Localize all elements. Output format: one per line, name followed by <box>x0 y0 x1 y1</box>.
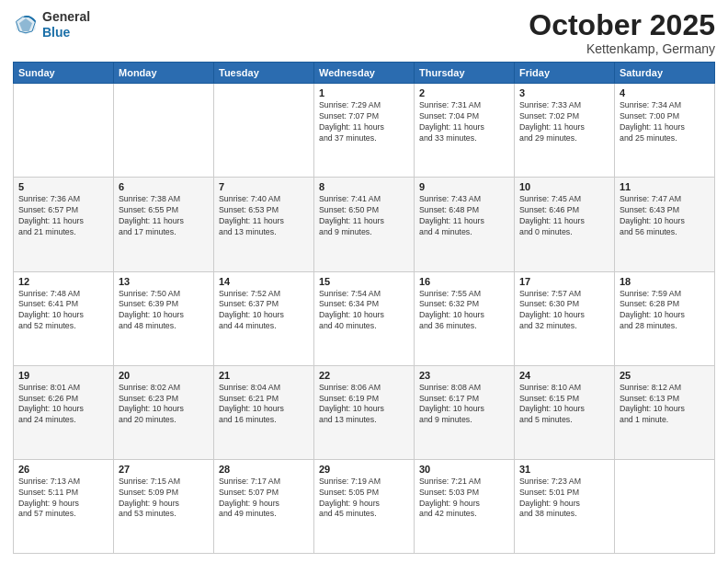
day-number: 29 <box>319 464 409 475</box>
calendar-cell: 27Sunrise: 7:15 AM Sunset: 5:09 PM Dayli… <box>114 459 214 553</box>
day-info: Sunrise: 7:59 AM Sunset: 6:28 PM Dayligh… <box>620 289 710 333</box>
col-thursday: Thursday <box>415 63 515 84</box>
logo-general: General <box>42 9 90 25</box>
day-info: Sunrise: 7:31 AM Sunset: 7:04 PM Dayligh… <box>419 100 509 144</box>
day-info: Sunrise: 7:21 AM Sunset: 5:03 PM Dayligh… <box>419 477 509 521</box>
calendar-cell: 1Sunrise: 7:29 AM Sunset: 7:07 PM Daylig… <box>314 84 415 178</box>
calendar-week-4: 19Sunrise: 8:01 AM Sunset: 6:26 PM Dayli… <box>14 365 715 459</box>
calendar-cell: 5Sunrise: 7:36 AM Sunset: 6:57 PM Daylig… <box>14 178 114 271</box>
calendar-cell: 12Sunrise: 7:48 AM Sunset: 6:41 PM Dayli… <box>14 271 114 365</box>
logo-icon <box>13 12 39 38</box>
calendar-cell: 23Sunrise: 8:08 AM Sunset: 6:17 PM Dayli… <box>415 365 515 459</box>
location-subtitle: Kettenkamp, Germany <box>529 41 715 56</box>
calendar-week-1: 1Sunrise: 7:29 AM Sunset: 7:07 PM Daylig… <box>14 84 715 178</box>
logo-blue: Blue <box>42 25 90 40</box>
calendar-week-5: 26Sunrise: 7:13 AM Sunset: 5:11 PM Dayli… <box>14 459 715 553</box>
calendar-cell: 3Sunrise: 7:33 AM Sunset: 7:02 PM Daylig… <box>515 84 615 178</box>
calendar-cell: 30Sunrise: 7:21 AM Sunset: 5:03 PM Dayli… <box>415 459 515 553</box>
day-info: Sunrise: 8:08 AM Sunset: 6:17 PM Dayligh… <box>419 383 509 427</box>
calendar-cell: 28Sunrise: 7:17 AM Sunset: 5:07 PM Dayli… <box>214 459 314 553</box>
day-number: 26 <box>18 464 108 475</box>
day-info: Sunrise: 7:55 AM Sunset: 6:32 PM Dayligh… <box>419 289 509 333</box>
day-info: Sunrise: 8:02 AM Sunset: 6:23 PM Dayligh… <box>119 383 209 427</box>
day-info: Sunrise: 7:19 AM Sunset: 5:05 PM Dayligh… <box>319 477 409 521</box>
day-info: Sunrise: 7:48 AM Sunset: 6:41 PM Dayligh… <box>18 289 108 333</box>
calendar-cell: 19Sunrise: 8:01 AM Sunset: 6:26 PM Dayli… <box>14 365 114 459</box>
header: General Blue October 2025 Kettenkamp, Ge… <box>13 9 715 56</box>
day-info: Sunrise: 7:50 AM Sunset: 6:39 PM Dayligh… <box>119 289 209 333</box>
day-number: 6 <box>119 181 209 192</box>
calendar-cell: 10Sunrise: 7:45 AM Sunset: 6:46 PM Dayli… <box>515 178 615 271</box>
calendar-cell: 21Sunrise: 8:04 AM Sunset: 6:21 PM Dayli… <box>214 365 314 459</box>
calendar-cell: 2Sunrise: 7:31 AM Sunset: 7:04 PM Daylig… <box>415 84 515 178</box>
day-number: 4 <box>620 87 710 98</box>
day-info: Sunrise: 7:41 AM Sunset: 6:50 PM Dayligh… <box>319 194 409 238</box>
day-info: Sunrise: 7:23 AM Sunset: 5:01 PM Dayligh… <box>519 477 609 521</box>
calendar-header-row: Sunday Monday Tuesday Wednesday Thursday… <box>14 63 715 84</box>
col-saturday: Saturday <box>615 63 715 84</box>
calendar-cell: 13Sunrise: 7:50 AM Sunset: 6:39 PM Dayli… <box>114 271 214 365</box>
calendar-cell: 29Sunrise: 7:19 AM Sunset: 5:05 PM Dayli… <box>314 459 415 553</box>
calendar-cell <box>615 459 715 553</box>
calendar-table: Sunday Monday Tuesday Wednesday Thursday… <box>13 62 715 554</box>
day-number: 16 <box>419 276 509 287</box>
calendar-cell: 31Sunrise: 7:23 AM Sunset: 5:01 PM Dayli… <box>515 459 615 553</box>
calendar-cell: 17Sunrise: 7:57 AM Sunset: 6:30 PM Dayli… <box>515 271 615 365</box>
calendar-cell: 26Sunrise: 7:13 AM Sunset: 5:11 PM Dayli… <box>14 459 114 553</box>
day-info: Sunrise: 7:38 AM Sunset: 6:55 PM Dayligh… <box>119 194 209 238</box>
day-info: Sunrise: 7:15 AM Sunset: 5:09 PM Dayligh… <box>119 477 209 521</box>
day-number: 18 <box>620 276 710 287</box>
day-number: 21 <box>219 370 309 381</box>
day-info: Sunrise: 7:57 AM Sunset: 6:30 PM Dayligh… <box>519 289 609 333</box>
calendar-cell: 4Sunrise: 7:34 AM Sunset: 7:00 PM Daylig… <box>615 84 715 178</box>
title-block: October 2025 Kettenkamp, Germany <box>529 9 715 56</box>
page: General Blue October 2025 Kettenkamp, Ge… <box>0 0 728 563</box>
calendar-cell: 22Sunrise: 8:06 AM Sunset: 6:19 PM Dayli… <box>314 365 415 459</box>
day-info: Sunrise: 8:04 AM Sunset: 6:21 PM Dayligh… <box>219 383 309 427</box>
day-info: Sunrise: 7:13 AM Sunset: 5:11 PM Dayligh… <box>18 477 108 521</box>
day-number: 15 <box>319 276 409 287</box>
day-number: 13 <box>119 276 209 287</box>
day-number: 7 <box>219 181 309 192</box>
day-number: 17 <box>519 276 609 287</box>
col-monday: Monday <box>114 63 214 84</box>
day-number: 8 <box>319 181 409 192</box>
day-number: 28 <box>219 464 309 475</box>
calendar-week-3: 12Sunrise: 7:48 AM Sunset: 6:41 PM Dayli… <box>14 271 715 365</box>
calendar-cell: 25Sunrise: 8:12 AM Sunset: 6:13 PM Dayli… <box>615 365 715 459</box>
calendar-cell: 14Sunrise: 7:52 AM Sunset: 6:37 PM Dayli… <box>214 271 314 365</box>
day-info: Sunrise: 7:52 AM Sunset: 6:37 PM Dayligh… <box>219 289 309 333</box>
calendar-cell: 7Sunrise: 7:40 AM Sunset: 6:53 PM Daylig… <box>214 178 314 271</box>
day-info: Sunrise: 8:06 AM Sunset: 6:19 PM Dayligh… <box>319 383 409 427</box>
day-number: 1 <box>319 87 409 98</box>
calendar-cell <box>14 84 114 178</box>
day-number: 23 <box>419 370 509 381</box>
calendar-cell: 16Sunrise: 7:55 AM Sunset: 6:32 PM Dayli… <box>415 271 515 365</box>
day-number: 20 <box>119 370 209 381</box>
col-sunday: Sunday <box>14 63 114 84</box>
calendar-cell: 18Sunrise: 7:59 AM Sunset: 6:28 PM Dayli… <box>615 271 715 365</box>
calendar-cell: 24Sunrise: 8:10 AM Sunset: 6:15 PM Dayli… <box>515 365 615 459</box>
day-number: 9 <box>419 181 509 192</box>
day-info: Sunrise: 7:40 AM Sunset: 6:53 PM Dayligh… <box>219 194 309 238</box>
day-info: Sunrise: 8:01 AM Sunset: 6:26 PM Dayligh… <box>18 383 108 427</box>
col-friday: Friday <box>515 63 615 84</box>
calendar-cell: 8Sunrise: 7:41 AM Sunset: 6:50 PM Daylig… <box>314 178 415 271</box>
day-number: 25 <box>620 370 710 381</box>
day-info: Sunrise: 7:33 AM Sunset: 7:02 PM Dayligh… <box>519 100 609 144</box>
day-number: 3 <box>519 87 609 98</box>
calendar-cell: 15Sunrise: 7:54 AM Sunset: 6:34 PM Dayli… <box>314 271 415 365</box>
day-number: 30 <box>419 464 509 475</box>
calendar-cell <box>114 84 214 178</box>
calendar-cell: 6Sunrise: 7:38 AM Sunset: 6:55 PM Daylig… <box>114 178 214 271</box>
day-number: 22 <box>319 370 409 381</box>
day-info: Sunrise: 8:12 AM Sunset: 6:13 PM Dayligh… <box>620 383 710 427</box>
calendar-body: 1Sunrise: 7:29 AM Sunset: 7:07 PM Daylig… <box>14 84 715 554</box>
col-wednesday: Wednesday <box>314 63 415 84</box>
logo-text: General Blue <box>42 9 90 40</box>
day-info: Sunrise: 7:34 AM Sunset: 7:00 PM Dayligh… <box>620 100 710 144</box>
day-info: Sunrise: 7:43 AM Sunset: 6:48 PM Dayligh… <box>419 194 509 238</box>
day-number: 31 <box>519 464 609 475</box>
month-title: October 2025 <box>529 9 715 41</box>
logo: General Blue <box>13 9 90 40</box>
